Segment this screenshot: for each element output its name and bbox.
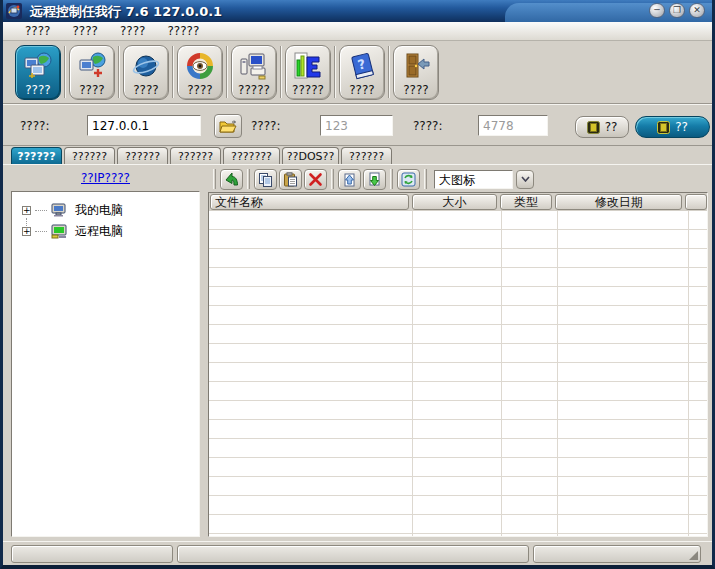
view-mode-dropdown-button[interactable] bbox=[516, 170, 534, 189]
toolbar-button-label: ???? bbox=[79, 84, 104, 97]
toolbar-monitor-button[interactable]: ???? bbox=[177, 45, 223, 100]
tab-2[interactable]: ?????? bbox=[64, 147, 115, 164]
file-list-header: 文件名称 大小 类型 修改日期 bbox=[209, 193, 707, 211]
sidebar: ??IP???? + 我的电脑 + bbox=[11, 166, 200, 537]
tab-4[interactable]: ?????? bbox=[170, 147, 221, 164]
toolbar-button-label: ????? bbox=[292, 84, 324, 97]
panel-divider[interactable] bbox=[200, 166, 208, 537]
copy-button[interactable] bbox=[254, 169, 277, 190]
computer-printer-icon bbox=[239, 51, 269, 83]
column-gridline bbox=[412, 211, 413, 537]
add-computer-icon bbox=[77, 51, 107, 83]
toolbar-groove bbox=[213, 169, 216, 189]
toolbar-separator bbox=[388, 46, 390, 98]
toolbar-connect-button[interactable]: ???? bbox=[15, 45, 61, 100]
minimize-button[interactable]: ─ bbox=[649, 3, 665, 18]
upload-button[interactable] bbox=[338, 169, 361, 190]
help-book-icon: ? bbox=[347, 51, 377, 83]
host-tree: + 我的电脑 + 远程 bbox=[11, 191, 200, 537]
tab-dos[interactable]: ??DOS?? bbox=[282, 147, 339, 164]
toolbar-add-host-button[interactable]: ???? bbox=[69, 45, 115, 100]
tab-5[interactable]: ??????? bbox=[223, 147, 280, 164]
toolbar-system-button[interactable]: ????? bbox=[231, 45, 277, 100]
toolbar-button-label: ???? bbox=[187, 84, 212, 97]
toolbar-groove bbox=[247, 169, 250, 189]
delete-button[interactable] bbox=[304, 169, 327, 190]
column-header-date[interactable]: 修改日期 bbox=[555, 194, 682, 210]
column-gridline bbox=[557, 211, 558, 537]
column-header-size[interactable]: 大小 bbox=[412, 194, 496, 210]
view-mode-select[interactable]: 大图标 bbox=[434, 170, 513, 189]
tab-bar: ?????? ?????? ?????? ?????? ??????? ??DO… bbox=[11, 147, 392, 164]
remote-computer-icon bbox=[51, 224, 68, 239]
tree-item-remote-computer[interactable]: + 远程电脑 bbox=[12, 221, 199, 242]
port1-label: ????: bbox=[251, 119, 281, 133]
port1-input[interactable] bbox=[320, 115, 393, 136]
tab-underline bbox=[3, 164, 712, 165]
refresh-button[interactable] bbox=[397, 169, 420, 190]
port2-input[interactable] bbox=[478, 115, 548, 136]
expand-toggle[interactable]: + bbox=[22, 227, 31, 236]
toolbar-button-label: ????? bbox=[238, 84, 270, 97]
tab-1[interactable]: ?????? bbox=[11, 147, 62, 164]
port2-label: ????: bbox=[413, 119, 443, 133]
network-computers-icon bbox=[23, 51, 53, 83]
titlebar[interactable]: 远程控制任我行 7.6 127.0.0.1 ─ ❐ ✕ bbox=[0, 0, 715, 22]
go-up-button[interactable] bbox=[220, 169, 243, 190]
column-header-type[interactable]: 类型 bbox=[500, 194, 553, 210]
toolbar-groove bbox=[331, 169, 334, 189]
menu-item-3[interactable]: ???? bbox=[120, 24, 145, 38]
column-gridline bbox=[688, 211, 689, 537]
toolbar-separator bbox=[334, 46, 336, 98]
toolbar-internet-button[interactable]: ???? bbox=[123, 45, 169, 100]
toolbar-button-label: ???? bbox=[25, 84, 50, 97]
chevron-down-icon bbox=[521, 176, 530, 182]
column-header-extra[interactable] bbox=[685, 194, 707, 210]
menu-item-2[interactable]: ???? bbox=[72, 24, 97, 38]
back-arrow-icon bbox=[224, 172, 239, 187]
expand-toggle[interactable]: + bbox=[22, 206, 31, 215]
column-header-filename[interactable]: 文件名称 bbox=[210, 194, 409, 210]
tree-connector bbox=[35, 231, 47, 232]
menu-item-4[interactable]: ????? bbox=[167, 24, 199, 38]
stop-listen-button[interactable]: ?? bbox=[635, 116, 710, 138]
query-ip-link[interactable]: ??IP???? bbox=[81, 171, 130, 185]
menubar: ???? ???? ???? ????? bbox=[3, 22, 712, 41]
toolbar-button-label: ???? bbox=[349, 84, 374, 97]
toolbar-button-label: ???? bbox=[403, 84, 428, 97]
my-computer-icon bbox=[51, 203, 68, 218]
status-panel-1 bbox=[11, 545, 173, 563]
toolbar-separator bbox=[172, 46, 174, 98]
tree-connector bbox=[35, 210, 47, 211]
paste-button[interactable] bbox=[279, 169, 302, 190]
host-label: ????: bbox=[20, 119, 50, 133]
tree-item-my-computer[interactable]: + 我的电脑 bbox=[12, 200, 199, 221]
toolbar-exit-button[interactable]: ???? bbox=[393, 45, 439, 100]
open-file-button[interactable] bbox=[214, 114, 242, 138]
stop-listen-label: ?? bbox=[675, 120, 688, 134]
menu-item-1[interactable]: ???? bbox=[25, 24, 50, 38]
bar-chart-icon bbox=[293, 51, 323, 83]
maximize-button[interactable]: ❐ bbox=[669, 3, 685, 18]
toolbar-separator bbox=[280, 46, 282, 98]
tab-7[interactable]: ?????? bbox=[341, 147, 392, 164]
upload-arrow-icon bbox=[342, 172, 357, 187]
close-button[interactable]: ✕ bbox=[689, 3, 705, 18]
delete-x-icon bbox=[308, 172, 323, 187]
exit-door-icon bbox=[401, 51, 431, 83]
file-list: 文件名称 大小 类型 修改日期 bbox=[208, 192, 708, 537]
refresh-icon bbox=[401, 172, 416, 187]
toolbar-help-button[interactable]: ? ???? bbox=[339, 45, 385, 100]
file-list-body[interactable] bbox=[209, 211, 707, 537]
toolbar-stats-button[interactable]: ????? bbox=[285, 45, 331, 100]
download-arrow-icon bbox=[367, 172, 382, 187]
start-listen-button[interactable]: ?? bbox=[575, 116, 629, 138]
tab-3[interactable]: ?????? bbox=[117, 147, 168, 164]
download-button[interactable] bbox=[363, 169, 386, 190]
toolbar-groove bbox=[424, 169, 427, 189]
tree-item-label: 远程电脑 bbox=[72, 223, 123, 240]
status-panel-2 bbox=[177, 545, 529, 563]
resize-grip[interactable] bbox=[689, 551, 698, 560]
spy-eye-icon bbox=[185, 51, 215, 83]
host-input[interactable] bbox=[87, 115, 201, 136]
